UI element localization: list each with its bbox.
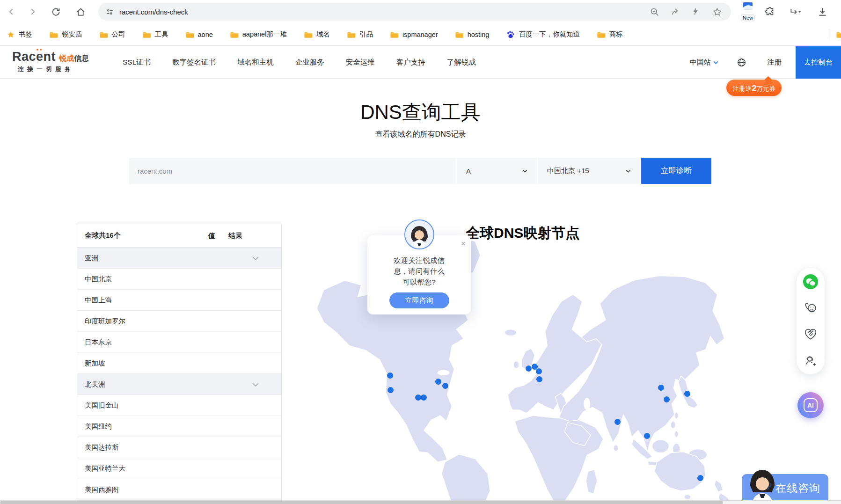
nav-about-racent[interactable]: 了解锐成	[447, 58, 476, 67]
region-selector[interactable]: 中国站	[690, 46, 718, 79]
download-icon[interactable]	[816, 6, 828, 18]
chevron-down-icon	[713, 61, 718, 64]
diagnose-button[interactable]: 立即诊断	[641, 158, 711, 184]
group-row-asia[interactable]: 亚洲	[77, 248, 281, 269]
chevron-down-icon	[252, 383, 259, 387]
record-type-select[interactable]: A	[457, 158, 538, 184]
bookmark-item[interactable]: 百度一下，你就知道	[506, 30, 580, 39]
side-panel-arrow-icon[interactable]	[789, 6, 801, 18]
go-console-button[interactable]: 去控制台	[796, 46, 841, 79]
zoom-out-icon[interactable]	[650, 7, 660, 17]
bookmark-folder[interactable]: hosting	[455, 31, 490, 38]
lightning-icon[interactable]	[691, 7, 702, 17]
table-row[interactable]: 中国上海	[77, 290, 281, 311]
bookmark-folder-overflow[interactable]	[836, 31, 841, 38]
nav-security-ops[interactable]: 安全运维	[346, 58, 375, 67]
bookmark-folder[interactable]: 锐安盾	[49, 30, 82, 39]
dns-node-dot	[644, 433, 650, 439]
node-select[interactable]: 中国北京 +15	[538, 158, 641, 184]
partner-handshake-icon[interactable]	[803, 326, 819, 342]
table-row[interactable]: 中国北京	[77, 269, 281, 290]
nav-customer-support[interactable]: 客户支持	[396, 58, 425, 67]
extensions-puzzle-icon[interactable]	[764, 6, 776, 18]
dns-node-dot	[664, 396, 670, 402]
register-link[interactable]: 注册	[767, 46, 782, 79]
domain-input[interactable]: racent.com	[129, 158, 457, 184]
bookmark-label: aone	[198, 31, 213, 38]
dns-node-dot	[697, 475, 703, 481]
dns-node-dot	[614, 419, 621, 425]
table-row[interactable]: 美国纽约	[77, 416, 281, 437]
agent-avatar	[404, 219, 434, 249]
racent-logo[interactable]: Racent 锐成信息 连接一切服务	[12, 50, 89, 73]
chevron-down-icon	[252, 256, 259, 260]
table-row[interactable]: 印度班加罗尔	[77, 311, 281, 332]
phone-contact-icon[interactable]	[803, 300, 819, 316]
dns-node-dot	[415, 394, 421, 401]
language-globe-icon[interactable]	[737, 58, 746, 67]
home-button[interactable]	[73, 4, 88, 20]
ai-assistant-button[interactable]: AI	[797, 392, 824, 418]
consult-now-button[interactable]: 立即咨询	[389, 292, 449, 308]
register-promo-badge[interactable]: 注册送2万元券	[726, 80, 782, 96]
baidu-icon	[506, 30, 515, 39]
folder-icon	[304, 31, 313, 38]
bookmark-folder[interactable]: aapanel那一堆	[230, 30, 287, 39]
reload-icon	[51, 7, 61, 17]
online-consult-button[interactable]: 在线咨询	[742, 474, 828, 503]
table-row[interactable]: 新加坡	[77, 353, 281, 374]
address-bar[interactable]: racent.com/dns-check	[98, 3, 731, 21]
table-header: 全球共16个 值 结果	[77, 224, 281, 248]
close-icon[interactable]: ×	[461, 240, 466, 248]
table-title: 全球共16个	[85, 231, 121, 240]
chat-popup: × 欢迎关注锐成信 息，请问有什么 可以帮您? 立即咨询	[367, 235, 471, 314]
horizontal-scrollbar[interactable]	[0, 500, 841, 504]
extension-logo-icon	[743, 2, 753, 11]
url-text[interactable]: racent.com/dns-check	[119, 8, 188, 16]
group-row-north-america[interactable]: 北美洲	[77, 374, 281, 395]
bookmark-folder[interactable]: ispmanager	[390, 31, 438, 38]
forward-button[interactable]	[24, 4, 40, 20]
back-icon	[7, 7, 16, 16]
table-row[interactable]: 美国旧金山	[77, 395, 281, 416]
bookmark-folder[interactable]: aone	[185, 31, 213, 38]
back-button[interactable]	[4, 4, 20, 20]
bookmark-label: 百度一下，你就知道	[519, 30, 580, 39]
bookmark-folder[interactable]: 公司	[99, 30, 125, 39]
browser-toolbar: racent.com/dns-check New	[0, 0, 841, 23]
nav-domain-hosting[interactable]: 域名和主机	[237, 58, 274, 67]
table-row[interactable]: 美国亚特兰大	[77, 458, 281, 479]
table-row[interactable]: 美国达拉斯	[77, 437, 281, 458]
bookmark-item[interactable]: 书签	[7, 30, 32, 39]
nav-ssl-cert[interactable]: SSL证书	[123, 58, 151, 67]
dns-node-dot	[684, 391, 690, 397]
dns-node-dot	[536, 368, 542, 374]
site-info-icon[interactable]	[105, 7, 114, 16]
consult-agent-avatar	[744, 467, 780, 503]
nav-digital-sign-cert[interactable]: 数字签名证书	[172, 58, 216, 67]
nav-enterprise-services[interactable]: 企业服务	[295, 58, 324, 67]
bookmark-folder[interactable]: 工具	[142, 30, 168, 39]
share-icon[interactable]	[671, 7, 681, 17]
map-title: 全球DNS映射节点	[466, 224, 579, 243]
bookmarks-divider	[829, 29, 829, 40]
bookmark-label: 工具	[155, 30, 168, 39]
bookmark-folder[interactable]: 引品	[347, 30, 373, 39]
support-headset-icon[interactable]	[803, 352, 819, 368]
column-value: 值	[208, 224, 215, 248]
world-map-graphic	[278, 220, 737, 504]
table-row[interactable]: 日本东京	[77, 332, 281, 353]
bookmark-star-icon[interactable]	[712, 7, 723, 17]
scrollbar-thumb[interactable]	[0, 501, 723, 504]
table-row[interactable]: 美国西雅图	[77, 479, 281, 500]
bookmark-folder[interactable]: 域名	[304, 30, 330, 39]
dns-node-dot	[536, 376, 542, 382]
wechat-icon[interactable]	[803, 274, 819, 290]
extension-new-button[interactable]: New	[738, 2, 758, 22]
folder-icon	[597, 31, 606, 38]
dns-query-form: racent.com A 中国北京 +15 立即诊断	[129, 158, 711, 184]
folder-icon	[455, 31, 464, 38]
bookmark-folder[interactable]: 商标	[597, 30, 623, 39]
reload-button[interactable]	[48, 4, 64, 20]
chevron-down-icon	[626, 169, 631, 173]
